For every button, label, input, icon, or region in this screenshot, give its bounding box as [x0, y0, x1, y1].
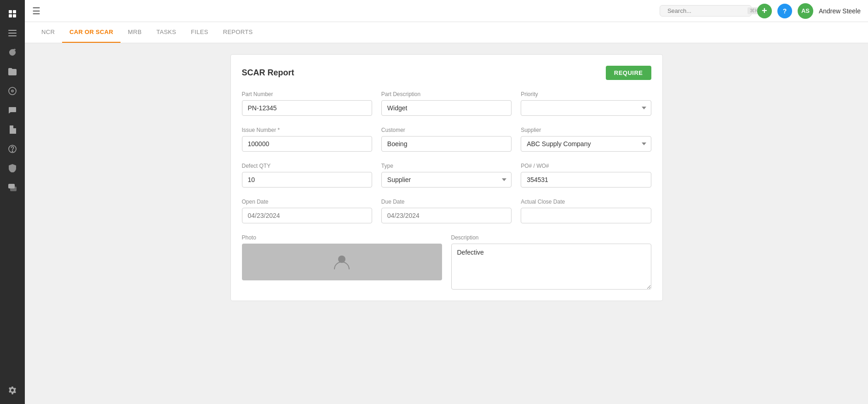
folder-icon[interactable] — [4, 63, 21, 80]
tab-car-or-scar[interactable]: CAR OR SCAR — [62, 22, 121, 43]
supplier-label: Supplier — [521, 127, 651, 133]
settings-icon[interactable] — [4, 382, 21, 398]
defect-qty-input[interactable] — [242, 172, 372, 188]
tab-ncr[interactable]: NCR — [34, 22, 62, 43]
tab-reports[interactable]: REPORTS — [216, 22, 260, 43]
svg-point-10 — [12, 151, 13, 152]
tab-files[interactable]: FILES — [184, 22, 216, 43]
part-number-input[interactable] — [242, 100, 372, 116]
card-title: SCAR Report — [242, 68, 294, 78]
svg-rect-5 — [8, 33, 17, 34]
open-date-group: Open Date — [242, 199, 372, 223]
user-name: Andrew Steele — [819, 7, 861, 15]
open-date-input[interactable] — [242, 208, 372, 223]
avatar[interactable]: AS — [798, 3, 813, 19]
form-row-1: Part Number Part Description Priority Hi… — [242, 91, 651, 116]
due-date-input[interactable] — [381, 208, 512, 223]
document-icon[interactable] — [4, 121, 21, 138]
part-number-label: Part Number — [242, 91, 372, 97]
form-row-3: Defect QTY Type Supplier Internal Custom… — [242, 163, 651, 188]
svg-rect-12 — [10, 187, 17, 191]
hamburger-menu[interactable]: ☰ — [32, 6, 40, 17]
svg-point-7 — [9, 87, 16, 95]
actual-close-date-group: Actual Close Date — [521, 199, 651, 223]
svg-rect-1 — [13, 10, 16, 13]
priority-label: Priority — [521, 91, 651, 97]
refresh-icon[interactable] — [4, 44, 21, 61]
form-row-4: Open Date Due Date Actual Close Date — [242, 199, 651, 223]
tab-bar: NCR CAR OR SCAR MRB TASKS FILES REPORTS — [25, 22, 868, 43]
description-textarea[interactable]: Defective — [451, 244, 651, 290]
svg-rect-2 — [9, 14, 12, 17]
open-date-label: Open Date — [242, 199, 372, 205]
defect-qty-group: Defect QTY — [242, 163, 372, 188]
defect-qty-label: Defect QTY — [242, 163, 372, 169]
require-button[interactable]: REQUIRE — [606, 66, 651, 80]
sidebar — [0, 0, 25, 404]
list-icon[interactable] — [4, 25, 21, 41]
person-icon — [333, 254, 350, 270]
actual-close-date-input[interactable] — [521, 208, 651, 223]
help-circle-icon[interactable] — [4, 141, 21, 157]
issue-number-group: Issue Number * — [242, 127, 372, 152]
customer-input[interactable] — [381, 136, 512, 152]
search-bar[interactable]: ⌘K — [660, 5, 752, 17]
svg-point-13 — [11, 389, 14, 392]
photo-label: Photo — [242, 234, 442, 241]
help-button[interactable]: ? — [777, 4, 792, 18]
due-date-label: Due Date — [381, 199, 512, 205]
type-label: Type — [381, 163, 512, 169]
part-description-group: Part Description — [381, 91, 512, 116]
part-number-group: Part Number — [242, 91, 372, 116]
priority-group: Priority High Medium Low — [521, 91, 651, 116]
topbar: ☰ ⌘K + ? AS Andrew Steele — [25, 0, 868, 22]
form-row-2: Issue Number * Customer Supplier ABC Sup… — [242, 127, 651, 152]
tab-mrb[interactable]: MRB — [121, 22, 149, 43]
card-header: SCAR Report REQUIRE — [242, 66, 651, 80]
part-description-label: Part Description — [381, 91, 512, 97]
add-button[interactable]: + — [757, 4, 772, 18]
type-group: Type Supplier Internal Customer — [381, 163, 512, 188]
type-select[interactable]: Supplier Internal Customer — [381, 172, 512, 188]
priority-select[interactable]: High Medium Low — [521, 100, 651, 116]
form-row-5: Photo Description Defective — [242, 234, 651, 290]
svg-point-8 — [11, 90, 13, 92]
supplier-group: Supplier ABC Supply Company Other — [521, 127, 651, 152]
actual-close-date-label: Actual Close Date — [521, 199, 651, 205]
customer-group: Customer — [381, 127, 512, 152]
po-wo-label: PO# / WO# — [521, 163, 651, 169]
chat-icon[interactable] — [4, 179, 21, 196]
main-area: ☰ ⌘K + ? AS Andrew Steele NCR CAR OR SCA… — [25, 0, 868, 404]
scar-report-card: SCAR Report REQUIRE Part Number Part Des… — [230, 54, 663, 301]
po-wo-group: PO# / WO# — [521, 163, 651, 188]
description-label: Description — [451, 234, 651, 241]
compass-icon[interactable] — [4, 83, 21, 99]
part-description-input[interactable] — [381, 100, 512, 116]
shield-icon[interactable] — [4, 160, 21, 176]
search-input[interactable] — [667, 7, 745, 14]
issue-number-input[interactable] — [242, 136, 372, 152]
svg-rect-0 — [9, 10, 12, 13]
grid-icon[interactable] — [4, 6, 21, 22]
description-group: Description Defective — [451, 234, 651, 290]
issue-number-label: Issue Number * — [242, 127, 372, 133]
bubble-icon[interactable] — [4, 102, 21, 119]
customer-label: Customer — [381, 127, 512, 133]
page-content: SCAR Report REQUIRE Part Number Part Des… — [25, 43, 868, 404]
svg-rect-3 — [13, 14, 16, 17]
photo-upload[interactable] — [242, 244, 442, 280]
due-date-group: Due Date — [381, 199, 512, 223]
supplier-select[interactable]: ABC Supply Company Other — [521, 136, 651, 152]
tab-tasks[interactable]: TASKS — [149, 22, 184, 43]
photo-group: Photo — [242, 234, 442, 290]
svg-rect-6 — [8, 35, 17, 36]
svg-rect-4 — [8, 30, 17, 31]
po-wo-input[interactable] — [521, 172, 651, 188]
